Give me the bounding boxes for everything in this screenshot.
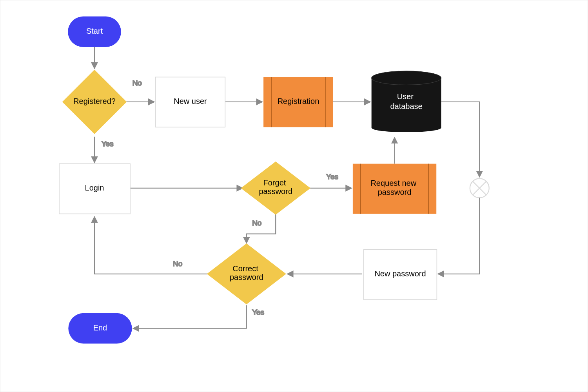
edge-correct-to-end <box>134 305 247 328</box>
edge-label-registered-yes: Yes <box>102 140 114 148</box>
flowchart-svg: No Yes Yes No No <box>0 0 588 392</box>
svg-point-9 <box>372 71 441 85</box>
edge-label-correct-yes: Yes <box>252 308 264 316</box>
edge-label-forget-yes: Yes <box>326 172 338 181</box>
node-new-user: New user <box>156 77 225 127</box>
node-request-password-label: Request new password <box>370 179 418 196</box>
node-end-label: End <box>93 323 107 332</box>
edge-correct-to-login <box>94 217 208 274</box>
node-request-password: Request new password <box>353 164 436 214</box>
node-login: Login <box>59 164 130 214</box>
edge-label-forget-no: No <box>252 219 261 227</box>
node-login-label: Login <box>85 183 104 192</box>
node-correct-password: Correct password <box>207 243 286 305</box>
node-end: End <box>68 313 132 344</box>
node-correct-password-label: Correct password <box>230 264 263 281</box>
node-start-label: Start <box>86 27 103 35</box>
node-new-user-label: New user <box>174 97 207 105</box>
node-registration-label: Registration <box>278 97 319 105</box>
node-start: Start <box>68 16 121 47</box>
node-registration: Registration <box>263 77 333 127</box>
edge-label-registered-no: No <box>132 79 142 87</box>
node-registered: Registered? <box>62 70 127 134</box>
node-new-password: New password <box>364 250 437 300</box>
node-registered-label: Registered? <box>73 97 116 105</box>
node-database: User database <box>372 71 441 132</box>
node-new-password-label: New password <box>374 269 426 278</box>
edge-forget-to-correct <box>247 214 276 242</box>
junction-node <box>470 178 489 198</box>
flowchart-canvas: No Yes Yes No No <box>0 0 588 392</box>
edge-label-correct-no: No <box>173 260 182 268</box>
node-forget-password-label: Forget password <box>259 178 292 196</box>
edge-junction-to-newpassword <box>439 198 479 274</box>
edge-database-to-junction <box>441 102 479 176</box>
node-forget-password: Forget password <box>241 162 310 215</box>
